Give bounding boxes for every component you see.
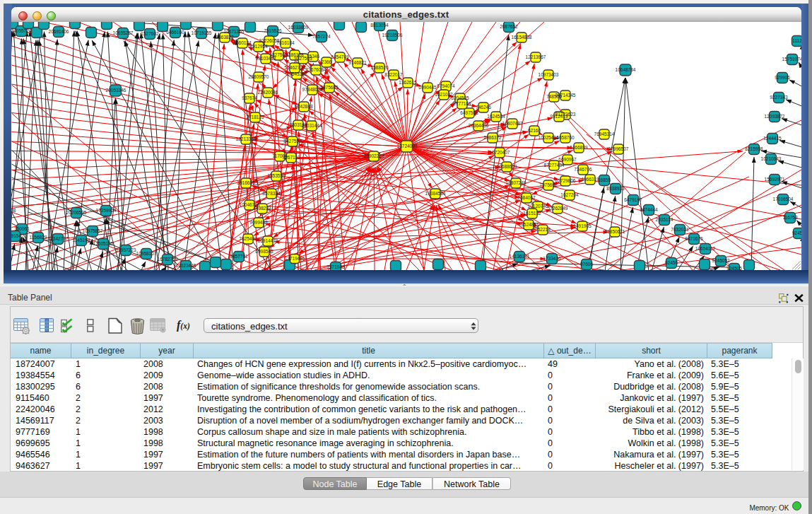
svg-text:12505135: 12505135 [93, 241, 114, 246]
svg-text:2684067: 2684067 [517, 195, 536, 200]
svg-text:9245052: 9245052 [712, 258, 730, 263]
svg-text:18807249: 18807249 [506, 180, 526, 185]
svg-text:9099489: 9099489 [249, 220, 268, 225]
svg-text:15346: 15346 [307, 54, 319, 59]
svg-text:10543362: 10543362 [287, 71, 307, 76]
svg-text:10655287: 10655287 [113, 30, 134, 35]
svg-text:2718126: 2718126 [246, 115, 264, 119]
svg-text:2935114: 2935114 [656, 217, 673, 222]
svg-text:2366: 2366 [322, 59, 332, 64]
svg-text:6990445: 6990445 [418, 85, 437, 90]
svg-text:13524851: 13524851 [519, 222, 539, 227]
svg-text:97606: 97606 [580, 262, 593, 267]
svg-text:20053346: 20053346 [106, 88, 126, 93]
svg-text:116753: 116753 [782, 215, 798, 220]
svg-text:1615132: 1615132 [523, 211, 541, 216]
svg-text:4966319: 4966319 [581, 177, 599, 182]
svg-text:23676084: 23676084 [306, 67, 326, 72]
svg-text:12023446: 12023446 [176, 263, 196, 268]
svg-text:2087652: 2087652 [500, 24, 518, 29]
svg-text:117004: 117004 [272, 153, 288, 158]
svg-text:7625402: 7625402 [239, 236, 257, 241]
svg-text:12213967: 12213967 [526, 54, 546, 59]
svg-text:97848018: 97848018 [302, 87, 323, 92]
svg-text:350061: 350061 [14, 226, 30, 231]
svg-text:10671355: 10671355 [224, 29, 245, 34]
svg-text:7975692: 7975692 [539, 182, 558, 187]
svg-text:39154: 39154 [11, 233, 21, 238]
svg-text:16782759: 16782759 [158, 257, 178, 262]
svg-text:748500: 748500 [546, 94, 562, 99]
svg-text:19384554: 19384554 [425, 191, 446, 196]
svg-text:12093872: 12093872 [765, 114, 785, 119]
svg-text:17016504: 17016504 [773, 197, 794, 201]
svg-text:2803144: 2803144 [289, 122, 307, 127]
svg-text:76945314: 76945314 [594, 132, 615, 136]
svg-text:10975857: 10975857 [83, 228, 103, 233]
svg-text:8427552: 8427552 [283, 139, 302, 144]
svg-text:19218506: 19218506 [382, 33, 403, 37]
svg-text:6794074: 6794074 [437, 83, 455, 88]
svg-text:1621022: 1621022 [435, 92, 453, 97]
svg-text:17359924: 17359924 [96, 208, 117, 213]
svg-text:25902273: 25902273 [364, 153, 384, 158]
svg-text:28809570: 28809570 [249, 74, 269, 79]
svg-text:9242848: 9242848 [295, 104, 313, 109]
svg-text:10654112: 10654112 [695, 246, 716, 251]
svg-text:12213369: 12213369 [236, 136, 257, 141]
svg-text:6497508: 6497508 [460, 110, 478, 115]
svg-text:1112: 1112 [792, 38, 801, 43]
svg-text:92450: 92450 [792, 230, 801, 235]
svg-text:8471676: 8471676 [685, 236, 703, 241]
svg-text:7632021: 7632021 [671, 227, 689, 232]
svg-text:6998543: 6998543 [255, 249, 273, 254]
svg-text:10120746: 10120746 [528, 204, 548, 209]
svg-text:9912419: 9912419 [550, 114, 568, 119]
svg-text:10210643: 10210643 [761, 156, 782, 161]
svg-text:5466889: 5466889 [570, 145, 588, 150]
svg-text:7346706: 7346706 [574, 167, 592, 172]
svg-text:1145194: 1145194 [73, 238, 90, 243]
svg-text:1353559: 1353559 [267, 173, 286, 178]
svg-text:8578334: 8578334 [262, 191, 281, 196]
svg-text:10407487: 10407487 [502, 121, 523, 126]
svg-text:7515526: 7515526 [264, 28, 282, 33]
svg-text:87277434: 87277434 [544, 163, 565, 168]
svg-text:1733436: 1733436 [543, 256, 561, 261]
svg-text:18724007: 18724007 [397, 144, 418, 148]
svg-text:8454749: 8454749 [331, 54, 349, 59]
svg-text:9857791: 9857791 [230, 254, 248, 259]
svg-text:8322017: 8322017 [384, 72, 403, 77]
svg-text:924505: 924505 [726, 266, 742, 270]
svg-text:1527602: 1527602 [141, 31, 159, 36]
svg-text:8215958: 8215958 [745, 146, 763, 151]
svg-text:14136141: 14136141 [510, 254, 530, 259]
svg-text:8938933: 8938933 [606, 186, 625, 191]
svg-text:20206535: 20206535 [66, 210, 87, 215]
svg-text:9474444: 9474444 [640, 207, 658, 212]
svg-text:15751074: 15751074 [782, 57, 801, 62]
svg-text:1916685: 1916685 [237, 180, 255, 185]
svg-text:62729806: 62729806 [555, 178, 576, 183]
svg-text:1624534: 1624534 [487, 114, 505, 119]
svg-text:10719155: 10719155 [192, 30, 212, 35]
svg-text:51462704: 51462704 [285, 65, 305, 70]
svg-text:8813054: 8813054 [370, 23, 389, 28]
svg-text:9146821: 9146821 [348, 60, 367, 65]
svg-text:9227343: 9227343 [770, 95, 788, 100]
svg-text:937674: 937674 [242, 95, 257, 100]
svg-text:24055724: 24055724 [11, 28, 32, 33]
svg-text:252214: 252214 [535, 227, 551, 232]
svg-text:8912954: 8912954 [249, 44, 268, 49]
svg-text:1491905: 1491905 [573, 223, 592, 228]
svg-text:6204505: 6204505 [451, 95, 469, 100]
svg-text:92450: 92450 [665, 260, 678, 265]
svg-text:62160: 62160 [528, 128, 541, 133]
svg-text:20691406: 20691406 [49, 29, 69, 34]
svg-text:93103413: 93103413 [256, 56, 276, 61]
svg-text:1627204: 1627204 [560, 192, 579, 197]
svg-text:1244415: 1244415 [763, 136, 782, 141]
svg-text:13719485: 13719485 [285, 256, 305, 261]
svg-text:16855: 16855 [598, 177, 611, 182]
svg-text:1362615: 1362615 [399, 80, 417, 85]
